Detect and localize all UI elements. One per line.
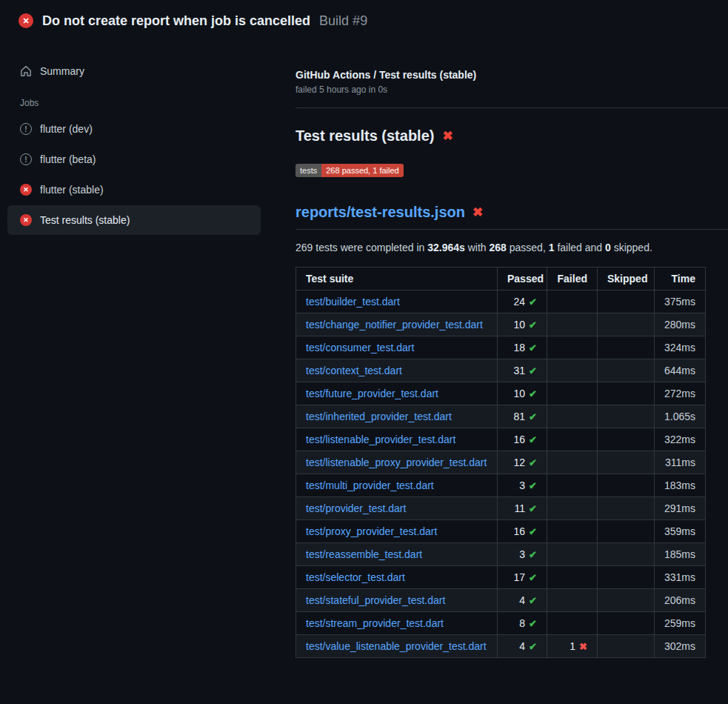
failed-cell	[547, 428, 598, 451]
time-cell: 322ms	[655, 428, 706, 451]
table-row: test/reassemble_test.dart3✔185ms	[296, 543, 706, 566]
x-circle-icon: ✕	[20, 214, 32, 226]
header: ✕ Do not create report when job is cance…	[0, 0, 728, 41]
time-cell: 206ms	[655, 589, 706, 612]
failed-cell	[547, 451, 598, 474]
suite-cell: test/stateful_provider_test.dart	[296, 589, 498, 612]
failed-cross-icon: ✖	[472, 206, 483, 219]
test-results-table: Test suitePassedFailedSkippedTime test/b…	[295, 267, 706, 658]
time-cell: 185ms	[655, 543, 706, 566]
time-cell: 259ms	[655, 612, 706, 635]
suite-link[interactable]: test/multi_provider_test.dart	[306, 479, 434, 491]
skipped-cell	[598, 336, 655, 359]
breadcrumb: GitHub Actions / Test results (stable)	[295, 69, 728, 81]
suite-link[interactable]: test/proxy_provider_test.dart	[306, 525, 437, 537]
skipped-cell	[598, 497, 655, 520]
job-label: flutter (stable)	[40, 184, 104, 196]
check-icon: ✔	[529, 618, 537, 629]
passed-cell: 18✔	[498, 336, 547, 359]
table-row: test/stream_provider_test.dart8✔259ms	[296, 612, 706, 635]
check-icon: ✔	[529, 503, 537, 514]
jobs-section-label: Jobs	[20, 98, 289, 108]
time-cell: 324ms	[655, 336, 706, 359]
suite-link[interactable]: test/selector_test.dart	[306, 571, 405, 583]
sidebar-job-item[interactable]: ✕flutter (stable)	[7, 175, 261, 205]
passed-cell: 4✔	[498, 635, 547, 658]
neutral-status-icon: !	[20, 153, 32, 165]
failed-cell	[547, 543, 598, 566]
suite-link[interactable]: test/future_provider_test.dart	[306, 388, 438, 399]
skipped-cell	[598, 520, 655, 543]
time-cell: 311ms	[655, 451, 706, 474]
suite-link[interactable]: test/consumer_test.dart	[306, 342, 414, 353]
main-content: GitHub Actions / Test results (stable) f…	[289, 41, 728, 658]
skipped-cell	[598, 382, 655, 405]
suite-link[interactable]: test/reassemble_test.dart	[306, 548, 422, 560]
check-icon: ✔	[529, 572, 537, 583]
suite-cell: test/listenable_provider_test.dart	[296, 428, 498, 451]
failed-cell	[547, 359, 598, 382]
failed-cell	[547, 497, 598, 520]
table-row: test/builder_test.dart24✔375ms	[296, 290, 706, 313]
report-link[interactable]: reports/test-results.json	[295, 204, 465, 221]
sidebar-job-item[interactable]: ✕Test results (stable)	[7, 205, 261, 235]
passed-cell: 16✔	[498, 428, 547, 451]
passed-cell: 12✔	[498, 451, 547, 474]
suite-cell: test/proxy_provider_test.dart	[296, 520, 498, 543]
suite-link[interactable]: test/listenable_provider_test.dart	[306, 434, 455, 445]
passed-cell: 31✔	[498, 359, 547, 382]
suite-cell: test/context_test.dart	[296, 359, 498, 382]
skipped-cell	[598, 612, 655, 635]
summary-passed: 268	[490, 242, 507, 253]
sidebar-job-item[interactable]: !flutter (dev)	[7, 114, 261, 144]
badge-label: tests	[295, 164, 321, 177]
table-row: test/listenable_proxy_provider_test.dart…	[296, 451, 706, 474]
suite-link[interactable]: test/stream_provider_test.dart	[306, 617, 444, 629]
passed-cell: 3✔	[498, 543, 547, 566]
x-circle-icon: ✕	[20, 184, 32, 196]
table-row: test/selector_test.dart17✔331ms	[296, 566, 706, 589]
table-body: test/builder_test.dart24✔375mstest/chang…	[296, 290, 706, 658]
time-cell: 280ms	[655, 313, 706, 336]
failed-cell	[547, 336, 598, 359]
sidebar-job-item[interactable]: !flutter (beta)	[7, 145, 261, 174]
suite-link[interactable]: test/listenable_proxy_provider_test.dart	[306, 456, 487, 468]
suite-cell: test/provider_test.dart	[296, 497, 498, 520]
column-header: Passed	[498, 268, 547, 290]
failed-cell	[547, 520, 598, 543]
job-label: Test results (stable)	[40, 214, 130, 226]
summary-skipped: 0	[605, 242, 611, 253]
suite-link[interactable]: test/stateful_provider_test.dart	[306, 594, 445, 606]
run-status-text: failed 5 hours ago in 0s	[295, 84, 728, 95]
check-icon: ✔	[529, 641, 537, 652]
suite-cell: test/future_provider_test.dart	[296, 382, 498, 405]
failed-cell	[547, 405, 598, 428]
suite-link[interactable]: test/provider_test.dart	[306, 502, 406, 514]
check-icon: ✔	[529, 296, 537, 308]
passed-cell: 81✔	[498, 405, 547, 428]
report-heading: reports/test-results.json ✖	[295, 204, 728, 230]
table-row: test/listenable_provider_test.dart16✔322…	[296, 428, 706, 451]
suite-link[interactable]: test/context_test.dart	[306, 365, 402, 376]
suite-link[interactable]: test/inherited_provider_test.dart	[306, 411, 452, 422]
passed-cell: 17✔	[498, 566, 547, 589]
suite-cell: test/change_notifier_provider_test.dart	[296, 313, 498, 336]
skipped-cell	[598, 589, 655, 612]
column-header: Skipped	[598, 268, 655, 290]
summary-duration: 32.964s	[427, 242, 465, 253]
tests-badge: tests 268 passed, 1 failed	[295, 164, 404, 177]
summary-failed: 1	[549, 242, 555, 253]
column-header: Test suite	[296, 268, 498, 290]
sidebar-item-summary[interactable]: Summary	[7, 56, 261, 86]
suite-link[interactable]: test/value_listenable_provider_test.dart	[306, 640, 487, 652]
suite-cell: test/stream_provider_test.dart	[296, 612, 498, 635]
passed-cell: 10✔	[498, 313, 547, 336]
passed-cell: 10✔	[498, 382, 547, 405]
suite-link[interactable]: test/change_notifier_provider_test.dart	[306, 319, 483, 331]
page-title: Do not create report when job is cancell…	[42, 13, 310, 29]
page-body: Summary Jobs !flutter (dev)!flutter (bet…	[0, 41, 728, 658]
suite-link[interactable]: test/builder_test.dart	[306, 296, 400, 308]
section-heading-text: Test results (stable)	[295, 127, 434, 145]
jobs-list: !flutter (dev)!flutter (beta)✕flutter (s…	[0, 114, 289, 235]
neutral-status-icon: !	[20, 123, 32, 135]
